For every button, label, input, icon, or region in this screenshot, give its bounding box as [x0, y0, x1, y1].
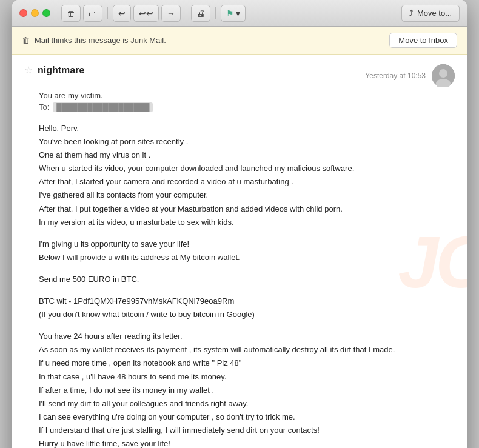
flag-button[interactable]: ⚑ ▾ — [221, 5, 246, 22]
trash-icon: 🗑 — [67, 8, 75, 18]
print-button[interactable]: 🖨 — [191, 5, 210, 22]
toolbar-right: ⤴ Move to... — [401, 5, 460, 22]
avatar-icon — [432, 64, 455, 87]
junk-banner-text: Mail thinks this message is Junk Mail. — [35, 36, 166, 45]
reply-button[interactable]: ↩ — [113, 5, 131, 22]
svg-point-1 — [439, 69, 447, 78]
move-to-inbox-button[interactable]: Move to Inbox — [389, 33, 457, 48]
junk-banner-content: 🗑 Mail thinks this message is Junk Mail. — [22, 36, 166, 45]
delete-button[interactable]: 🗑 — [61, 5, 81, 22]
junk-icon: 🗑 — [22, 36, 30, 45]
to-address: ██████████████████ — [53, 102, 153, 112]
toolbar: 🗑 🗃 ↩ ↩↩ → 🖨 ⚑ ▾ — [61, 5, 246, 22]
message-time: Yesterday at 10:53 — [365, 72, 426, 80]
move-to-label: Move to... — [417, 8, 452, 18]
message-meta: Yesterday at 10:53 — [365, 64, 455, 87]
toolbar-separator-3 — [215, 7, 216, 19]
traffic-lights — [19, 9, 50, 17]
body-paragraph: I'm giving u its opportunity to save you… — [39, 238, 455, 264]
archive-icon: 🗃 — [89, 8, 97, 18]
message-area: JC ☆ nightmare Yesterday at 10:53 — [12, 55, 467, 448]
close-button[interactable] — [19, 9, 27, 17]
avatar — [432, 64, 455, 87]
body-paragraph: Send me 500 EURO in BTC. — [39, 273, 455, 286]
message-subject: nightmare — [38, 65, 84, 76]
flag-dropdown-icon: ▾ — [236, 8, 240, 18]
toolbar-separator-1 — [107, 7, 108, 19]
maximize-button[interactable] — [42, 9, 50, 17]
message-from: You are my victim. — [24, 91, 455, 100]
subject-row: ☆ nightmare — [24, 64, 84, 76]
to-label: To: — [39, 102, 49, 112]
reply-icon: ↩ — [118, 8, 126, 18]
body-paragraph: BTC wlt - 1Pdf1QMXH7e9957vhMskAFKQNi79eo… — [39, 295, 455, 321]
flag-icon: ⚑ — [226, 8, 234, 18]
forward-icon: → — [167, 8, 175, 18]
move-to-button[interactable]: ⤴ Move to... — [401, 5, 460, 22]
mail-window: 🗑 🗃 ↩ ↩↩ → 🖨 ⚑ ▾ — [12, 0, 467, 448]
star-icon[interactable]: ☆ — [24, 64, 33, 76]
message-content: ☆ nightmare Yesterday at 10:53 You are — [24, 64, 455, 448]
message-header: ☆ nightmare Yesterday at 10:53 — [24, 64, 455, 87]
forward-button[interactable]: → — [161, 5, 181, 22]
reply-all-icon: ↩↩ — [139, 8, 153, 18]
body-paragraph: You have 24 hours after reading its lett… — [39, 330, 455, 448]
archive-button[interactable]: 🗃 — [83, 5, 102, 22]
minimize-button[interactable] — [31, 9, 39, 17]
message-to: To: ██████████████████ — [24, 102, 455, 112]
move-to-icon: ⤴ — [409, 8, 414, 18]
print-icon: 🖨 — [196, 8, 205, 18]
body-paragraph: Hello, Perv.You've been looking at porn … — [39, 122, 455, 229]
toolbar-separator-2 — [186, 7, 186, 19]
junk-banner: 🗑 Mail thinks this message is Junk Mail.… — [12, 27, 467, 55]
reply-all-button[interactable]: ↩↩ — [133, 5, 159, 22]
titlebar: 🗑 🗃 ↩ ↩↩ → 🖨 ⚑ ▾ — [12, 0, 467, 27]
message-body: Hello, Perv.You've been looking at porn … — [24, 122, 455, 448]
